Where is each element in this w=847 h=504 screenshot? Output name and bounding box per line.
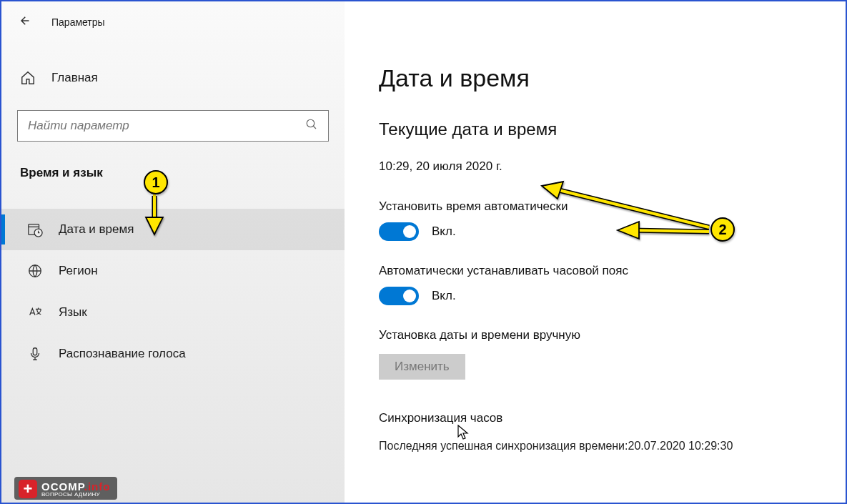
nav-item-label: Регион (59, 264, 98, 278)
svg-rect-4 (33, 348, 37, 355)
logo-text-main: OCOMP (41, 480, 84, 493)
nav-home[interactable]: Главная (17, 66, 329, 90)
main-panel: Дата и время Текущие дата и время 10:29,… (345, 1, 846, 503)
auto-tz-state: Вкл. (432, 289, 456, 303)
current-datetime-value: 10:29, 20 июля 2020 г. (379, 159, 817, 174)
page-title: Дата и время (379, 64, 817, 92)
search-input[interactable] (28, 119, 305, 133)
site-logo: + OCOMP.info ВОПРОСЫ АДМИНУ (14, 477, 117, 500)
logo-subtitle: ВОПРОСЫ АДМИНУ (41, 492, 110, 498)
sync-section-title: Синхронизация часов (379, 411, 817, 425)
globe-icon (27, 263, 43, 279)
home-icon (20, 70, 36, 86)
logo-plus-icon: + (19, 480, 37, 498)
category-heading: Время и язык (17, 166, 329, 180)
auto-time-state: Вкл. (432, 224, 456, 239)
auto-time-label: Установить время автоматически (379, 199, 817, 214)
section-current-datetime: Текущие дата и время (379, 119, 817, 139)
search-icon (305, 118, 318, 134)
nav-home-label: Главная (51, 71, 98, 85)
annotation-badge-2: 2 (710, 217, 735, 242)
nav-item-label: Распознавание голоса (59, 347, 186, 361)
microphone-icon (27, 346, 43, 362)
nav-item-region[interactable]: Регион (1, 250, 345, 292)
language-icon (27, 305, 43, 320)
change-button: Изменить (379, 354, 465, 380)
titlebar: Параметры (17, 14, 329, 30)
nav-item-label: Дата и время (59, 222, 134, 237)
annotation-badge-1: 1 (144, 170, 168, 194)
nav-item-label: Язык (59, 305, 87, 320)
nav-item-speech[interactable]: Распознавание голоса (1, 333, 345, 375)
nav-item-date-time[interactable]: Дата и время (1, 209, 345, 250)
calendar-clock-icon (27, 222, 43, 237)
window-title: Параметры (51, 16, 105, 28)
back-icon[interactable] (17, 14, 30, 31)
nav-item-language[interactable]: Язык (1, 292, 345, 333)
sync-last-value: Последняя успешная синхронизация времени… (379, 440, 817, 453)
manual-set-label: Установка даты и времени вручную (379, 328, 817, 342)
auto-time-toggle[interactable] (379, 222, 419, 241)
search-box[interactable] (17, 110, 329, 142)
svg-point-0 (307, 119, 314, 127)
sidebar: Параметры Главная Время и язык Дата и вр… (1, 1, 345, 503)
logo-text-info: .info (84, 480, 111, 493)
auto-timezone-toggle[interactable] (379, 287, 419, 305)
auto-tz-label: Автоматически устанавливать часовой пояс (379, 264, 817, 278)
